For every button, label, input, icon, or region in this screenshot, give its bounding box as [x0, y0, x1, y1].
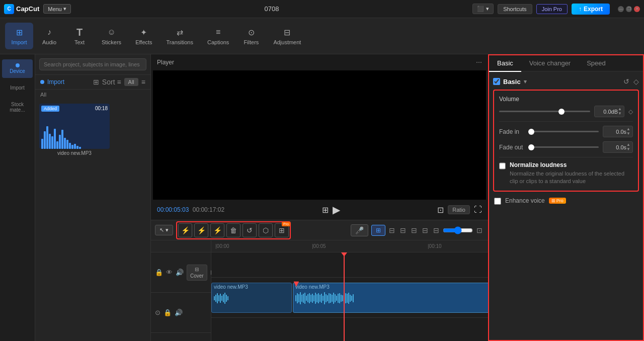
- cw-bar: [324, 292, 325, 304]
- reset-section-button[interactable]: ↺: [623, 77, 629, 86]
- eye-icon[interactable]: 👁: [166, 269, 173, 276]
- sidebar-item-stock[interactable]: Stock mate...: [2, 98, 33, 117]
- delete-tool-button[interactable]: 🗑: [226, 223, 240, 237]
- wave-bar: [61, 130, 63, 149]
- track-lock2-icon[interactable]: 🔒: [164, 309, 172, 316]
- toolbar-item-stickers[interactable]: ☺ Stickers: [96, 23, 127, 49]
- wave-bar: [74, 144, 76, 149]
- timeline-tool-2[interactable]: ⊟: [398, 225, 408, 236]
- shield-tool-button[interactable]: ⬡: [259, 223, 273, 237]
- cover-button[interactable]: ⊟ Cover: [187, 265, 207, 281]
- toolbar-item-filters[interactable]: ⊙ Filters: [237, 23, 265, 49]
- pro-tool-button[interactable]: ⊞ Pro: [275, 223, 289, 237]
- tab-speed[interactable]: Speed: [579, 55, 614, 72]
- filter-button[interactable]: ≡: [141, 78, 145, 86]
- toolbar-item-transitions[interactable]: ⇄ Transitions: [160, 23, 199, 49]
- joinpro-button[interactable]: Join Pro: [536, 4, 568, 14]
- fade-in-down-button[interactable]: ▼: [626, 132, 630, 136]
- sidebar-item-device[interactable]: Device: [2, 59, 33, 78]
- sort-button[interactable]: Sort ≡: [102, 78, 121, 86]
- minimize-button[interactable]: —: [618, 6, 624, 12]
- audio-clip-2[interactable]: video new.MP3: [293, 283, 488, 313]
- shortcuts-button[interactable]: Shortcuts: [498, 4, 532, 14]
- volume-down-button[interactable]: ▼: [618, 112, 622, 116]
- cursor-button[interactable]: ↖ ▾: [155, 225, 173, 235]
- media-item: Added 00:18: [39, 104, 110, 156]
- screenshot-button[interactable]: ⊡: [437, 205, 444, 215]
- snap-button[interactable]: ⊞: [371, 225, 385, 236]
- toolbar-item-captions[interactable]: ≡ Captions: [201, 23, 235, 49]
- grid-display-button[interactable]: ⊞: [322, 205, 329, 215]
- cw-bar: [304, 293, 305, 304]
- timeline-zoom-slider[interactable]: [443, 226, 473, 234]
- volume-icon[interactable]: 🔊: [176, 269, 184, 276]
- volume-keyframe-button[interactable]: ◇: [628, 108, 633, 115]
- cover-label: Cover: [190, 273, 204, 279]
- toolbar-item-import[interactable]: ⊞ Import: [5, 23, 33, 49]
- play-button[interactable]: ▶: [333, 204, 340, 216]
- media-thumbnail[interactable]: Added 00:18: [39, 104, 110, 149]
- track-vol-icon[interactable]: 🔊: [175, 309, 183, 316]
- diamond-button[interactable]: ◇: [633, 77, 639, 86]
- volume-slider[interactable]: [499, 111, 590, 112]
- fade-out-down-button[interactable]: ▼: [626, 147, 630, 151]
- rotate-tool-button[interactable]: ↺: [243, 223, 257, 237]
- cw-bar: [227, 296, 228, 300]
- tab-basic[interactable]: Basic: [489, 55, 521, 72]
- restore-button[interactable]: ❐: [626, 6, 632, 12]
- basic-enabled-checkbox[interactable]: [493, 78, 500, 85]
- section-dropdown-icon[interactable]: ▾: [524, 78, 527, 85]
- microphone-button[interactable]: 🎤: [351, 224, 368, 236]
- export-button[interactable]: ↑ Export: [572, 4, 610, 15]
- cw-bar: [339, 293, 340, 303]
- import-label[interactable]: Import: [40, 78, 64, 86]
- monitor-button[interactable]: ⬛ ▾: [472, 4, 494, 14]
- sidebar-item-import[interactable]: Import: [2, 81, 33, 95]
- tab-voice-changer[interactable]: Voice changer: [521, 55, 579, 72]
- all-filter[interactable]: All: [124, 78, 138, 86]
- cw-bar: [220, 294, 221, 303]
- audio-track: ▼ video new.MP3: [211, 278, 488, 318]
- section-icons: ↺ ◇: [623, 77, 639, 86]
- split3-tool-button[interactable]: ⚡: [210, 223, 224, 237]
- close-button[interactable]: ✕: [634, 6, 640, 12]
- text-icon: T: [74, 27, 85, 38]
- timeline-tool-3[interactable]: ⊟: [410, 225, 419, 236]
- timeline-fit-button[interactable]: ⊡: [475, 225, 484, 236]
- fade-out-slider[interactable]: [528, 146, 599, 148]
- fade-out-up-button[interactable]: ▲: [626, 143, 630, 147]
- fullscreen-button[interactable]: ⛶: [474, 205, 482, 214]
- player-menu-icon[interactable]: ⋯: [476, 59, 482, 66]
- timeline-tool-1[interactable]: ⊟: [387, 225, 396, 236]
- player-screen[interactable]: [153, 70, 486, 200]
- timeline-tool-4[interactable]: ⊟: [421, 225, 430, 236]
- split-tool-button[interactable]: ⚡: [178, 223, 192, 237]
- cw-bar: [218, 295, 219, 301]
- cw-bar: [321, 294, 322, 303]
- cw-bar: [226, 295, 227, 302]
- toolbar-item-text[interactable]: T Text: [65, 23, 94, 49]
- menu-button[interactable]: Menu ▾: [43, 4, 71, 14]
- toolbar-item-audio[interactable]: ♪ Audio: [35, 23, 63, 49]
- toolbar-item-adjustment[interactable]: ⊟ Adjustment: [267, 23, 307, 49]
- player-title: Player: [157, 59, 174, 66]
- import-dot-icon: [40, 80, 44, 84]
- volume-up-button[interactable]: ▲: [618, 107, 622, 111]
- fade-in-slider[interactable]: [528, 131, 599, 132]
- toolbar-item-effects[interactable]: ✦ Effects: [129, 23, 158, 49]
- enhance-checkbox[interactable]: [494, 198, 501, 205]
- split2-tool-button[interactable]: ⚡: [194, 223, 208, 237]
- toolbar-label-text: Text: [74, 39, 85, 45]
- search-input[interactable]: [39, 58, 146, 70]
- lock-icon[interactable]: 🔒: [155, 269, 163, 276]
- fade-in-up-button[interactable]: ▲: [626, 127, 630, 131]
- panel-content: Import ⊞ Sort ≡ All ≡ All Added 00:18: [35, 54, 150, 341]
- total-time: 00:00:17:02: [193, 206, 224, 213]
- left-panel: Device Import Stock mate... Import: [0, 54, 151, 341]
- grid-view-button[interactable]: ⊞: [93, 78, 99, 86]
- cw-bar: [341, 295, 342, 302]
- ratio-button[interactable]: Ratio: [448, 205, 470, 214]
- timeline-zoom-out[interactable]: ⊟: [432, 225, 441, 236]
- normalize-checkbox[interactable]: [499, 162, 506, 169]
- audio-clip-1[interactable]: video new.MP3: [211, 283, 292, 313]
